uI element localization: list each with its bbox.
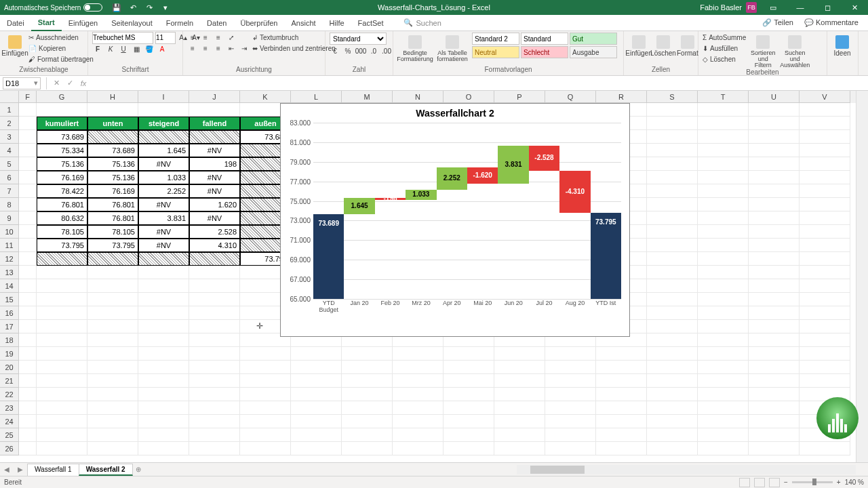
cell[interactable]	[749, 211, 800, 225]
cell[interactable]: #NV	[138, 157, 189, 171]
cell[interactable]	[800, 266, 850, 279]
cell[interactable]: 198	[189, 157, 240, 171]
cell[interactable]	[647, 306, 698, 320]
cell-style-standard-2[interactable]: Standard 2	[472, 33, 519, 45]
cell[interactable]	[19, 361, 37, 374]
cell[interactable]	[291, 401, 342, 415]
col-header[interactable]: H	[87, 91, 138, 103]
cell[interactable]	[37, 252, 87, 266]
cell[interactable]: #NV	[138, 225, 189, 239]
cell[interactable]	[87, 293, 138, 306]
cell[interactable]	[189, 388, 240, 401]
cell[interactable]	[800, 130, 850, 144]
cell[interactable]	[189, 333, 240, 347]
currency-icon[interactable]: €	[330, 46, 340, 57]
align-left-icon[interactable]: ≡	[187, 43, 198, 54]
format-as-table-button[interactable]: Als Tabelle formatieren	[435, 33, 469, 62]
cell[interactable]	[698, 239, 749, 252]
cell[interactable]	[698, 428, 749, 442]
cell[interactable]	[749, 428, 800, 442]
cell[interactable]	[37, 428, 87, 442]
cell[interactable]	[800, 333, 850, 347]
cell[interactable]	[37, 333, 87, 347]
select-all-corner[interactable]	[0, 91, 19, 103]
cell[interactable]	[19, 415, 37, 428]
cell[interactable]	[698, 442, 749, 455]
cell[interactable]: steigend	[138, 117, 189, 130]
cell[interactable]	[393, 415, 443, 428]
column-headers[interactable]: FGHIJKLMNOPQRSTUV	[19, 91, 856, 103]
cell[interactable]	[749, 293, 800, 306]
cell[interactable]	[37, 388, 87, 401]
cell[interactable]	[698, 184, 749, 198]
font-size-select[interactable]	[155, 32, 176, 44]
cell[interactable]	[596, 347, 647, 361]
cell[interactable]	[596, 374, 647, 388]
font-name-select[interactable]	[92, 32, 153, 44]
cell[interactable]	[443, 388, 494, 401]
cell[interactable]	[647, 333, 698, 347]
cell[interactable]	[494, 374, 545, 388]
cell[interactable]	[87, 306, 138, 320]
cell[interactable]: kumuliert	[37, 117, 87, 130]
col-header[interactable]: M	[342, 91, 393, 103]
cell[interactable]	[749, 171, 800, 184]
add-sheet-button[interactable]: ⊕	[132, 466, 144, 473]
clear-button[interactable]: ◇ Löschen	[703, 54, 746, 64]
cell[interactable]	[87, 361, 138, 374]
cell[interactable]	[19, 374, 37, 388]
cell[interactable]	[698, 388, 749, 401]
cell-styles-gallery[interactable]: Standard 2StandardGutNeutralSchlechtAusg…	[472, 33, 617, 58]
row-header[interactable]: 10	[0, 225, 19, 239]
col-header[interactable]: S	[647, 91, 698, 103]
cell[interactable]	[494, 347, 545, 361]
cell[interactable]	[749, 279, 800, 293]
cell[interactable]	[494, 388, 545, 401]
cell[interactable]: 75.136	[87, 157, 138, 171]
cell[interactable]	[647, 266, 698, 279]
cell[interactable]	[698, 198, 749, 211]
cell[interactable]	[19, 144, 37, 157]
cell[interactable]	[647, 117, 698, 130]
cell[interactable]	[87, 103, 138, 117]
cell[interactable]: 76.169	[87, 184, 138, 198]
align-center-icon[interactable]: ≡	[200, 43, 211, 54]
cell[interactable]	[291, 347, 342, 361]
cell[interactable]	[342, 374, 393, 388]
cell[interactable]	[749, 266, 800, 279]
cell[interactable]	[800, 306, 850, 320]
row-header[interactable]: 20	[0, 361, 19, 374]
col-header[interactable]: V	[800, 91, 850, 103]
cancel-formula-icon[interactable]: ✕	[50, 79, 63, 87]
cell[interactable]	[37, 293, 87, 306]
close-icon[interactable]: ✕	[841, 0, 868, 15]
cell[interactable]: 1.620	[189, 198, 240, 211]
user-area[interactable]: Fabio Basler FB	[700, 2, 760, 13]
cell[interactable]	[647, 293, 698, 306]
autosave-toggle[interactable]: Automatisches Speichern	[0, 3, 106, 12]
cell[interactable]	[291, 388, 342, 401]
cell[interactable]	[393, 347, 443, 361]
zoom-in-icon[interactable]: +	[837, 479, 841, 486]
cell[interactable]	[189, 252, 240, 266]
cell[interactable]	[19, 320, 37, 333]
cell-style-ausgabe[interactable]: Ausgabe	[570, 46, 617, 58]
cell[interactable]	[240, 428, 291, 442]
fx-icon[interactable]: fx	[77, 79, 90, 87]
cell[interactable]: 78.105	[37, 225, 87, 239]
sort-filter-button[interactable]: Sortieren und Filtern	[749, 33, 777, 68]
cell[interactable]	[291, 361, 342, 374]
cell[interactable]	[138, 103, 189, 117]
cell[interactable]	[749, 198, 800, 211]
cell[interactable]	[647, 442, 698, 455]
cell[interactable]	[749, 144, 800, 157]
cell[interactable]	[393, 401, 443, 415]
cell[interactable]	[443, 428, 494, 442]
cell[interactable]	[37, 401, 87, 415]
row-header[interactable]: 25	[0, 428, 19, 442]
cell[interactable]	[37, 279, 87, 293]
cell[interactable]: #NV	[189, 184, 240, 198]
cell[interactable]	[342, 361, 393, 374]
cell[interactable]	[749, 442, 800, 455]
cell[interactable]	[749, 388, 800, 401]
